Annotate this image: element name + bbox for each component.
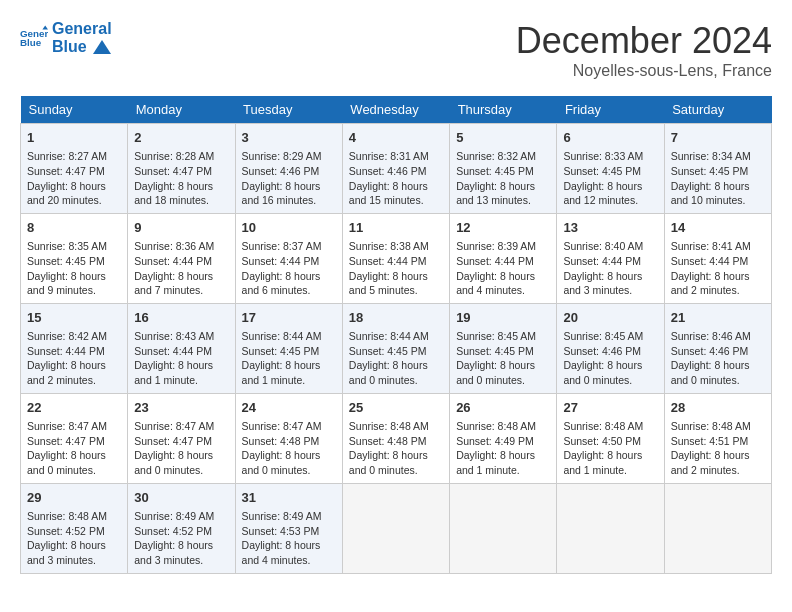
day-cell: 23 Sunrise: 8:47 AM Sunset: 4:47 PM Dayl… [128,393,235,483]
day-number: 16 [134,309,228,327]
day-cell: 28 Sunrise: 8:48 AM Sunset: 4:51 PM Dayl… [664,393,771,483]
day-info: Sunrise: 8:45 AM Sunset: 4:45 PM Dayligh… [456,329,550,388]
day-number: 30 [134,489,228,507]
day-number: 4 [349,129,443,147]
day-number: 1 [27,129,121,147]
day-info: Sunrise: 8:48 AM Sunset: 4:52 PM Dayligh… [27,509,121,568]
day-cell [342,483,449,573]
day-cell: 11 Sunrise: 8:38 AM Sunset: 4:44 PM Dayl… [342,213,449,303]
day-cell: 15 Sunrise: 8:42 AM Sunset: 4:44 PM Dayl… [21,303,128,393]
day-info: Sunrise: 8:40 AM Sunset: 4:44 PM Dayligh… [563,239,657,298]
col-header-friday: Friday [557,96,664,124]
day-info: Sunrise: 8:39 AM Sunset: 4:44 PM Dayligh… [456,239,550,298]
day-cell [664,483,771,573]
day-cell: 27 Sunrise: 8:48 AM Sunset: 4:50 PM Dayl… [557,393,664,483]
day-info: Sunrise: 8:31 AM Sunset: 4:46 PM Dayligh… [349,149,443,208]
day-number: 26 [456,399,550,417]
day-number: 5 [456,129,550,147]
day-cell: 29 Sunrise: 8:48 AM Sunset: 4:52 PM Dayl… [21,483,128,573]
day-cell: 24 Sunrise: 8:47 AM Sunset: 4:48 PM Dayl… [235,393,342,483]
day-info: Sunrise: 8:35 AM Sunset: 4:45 PM Dayligh… [27,239,121,298]
week-row-2: 8 Sunrise: 8:35 AM Sunset: 4:45 PM Dayli… [21,213,772,303]
col-header-saturday: Saturday [664,96,771,124]
day-cell: 9 Sunrise: 8:36 AM Sunset: 4:44 PM Dayli… [128,213,235,303]
day-info: Sunrise: 8:47 AM Sunset: 4:48 PM Dayligh… [242,419,336,478]
day-cell: 2 Sunrise: 8:28 AM Sunset: 4:47 PM Dayli… [128,124,235,214]
page-header: General Blue General Blue December 2024 … [20,20,772,80]
day-number: 2 [134,129,228,147]
location: Noyelles-sous-Lens, France [516,62,772,80]
day-number: 17 [242,309,336,327]
col-header-tuesday: Tuesday [235,96,342,124]
day-number: 22 [27,399,121,417]
day-cell: 13 Sunrise: 8:40 AM Sunset: 4:44 PM Dayl… [557,213,664,303]
day-info: Sunrise: 8:49 AM Sunset: 4:53 PM Dayligh… [242,509,336,568]
day-info: Sunrise: 8:28 AM Sunset: 4:47 PM Dayligh… [134,149,228,208]
col-header-thursday: Thursday [450,96,557,124]
day-number: 19 [456,309,550,327]
logo-blue: Blue [52,38,112,56]
day-info: Sunrise: 8:45 AM Sunset: 4:46 PM Dayligh… [563,329,657,388]
day-info: Sunrise: 8:42 AM Sunset: 4:44 PM Dayligh… [27,329,121,388]
logo-icon: General Blue [20,24,48,52]
svg-text:Blue: Blue [20,37,42,48]
day-info: Sunrise: 8:44 AM Sunset: 4:45 PM Dayligh… [349,329,443,388]
day-info: Sunrise: 8:47 AM Sunset: 4:47 PM Dayligh… [134,419,228,478]
day-info: Sunrise: 8:29 AM Sunset: 4:46 PM Dayligh… [242,149,336,208]
svg-marker-3 [93,40,111,54]
day-cell: 30 Sunrise: 8:49 AM Sunset: 4:52 PM Dayl… [128,483,235,573]
month-title: December 2024 [516,20,772,62]
day-info: Sunrise: 8:48 AM Sunset: 4:49 PM Dayligh… [456,419,550,478]
day-info: Sunrise: 8:49 AM Sunset: 4:52 PM Dayligh… [134,509,228,568]
day-number: 3 [242,129,336,147]
week-row-1: 1 Sunrise: 8:27 AM Sunset: 4:47 PM Dayli… [21,124,772,214]
day-info: Sunrise: 8:46 AM Sunset: 4:46 PM Dayligh… [671,329,765,388]
day-cell: 20 Sunrise: 8:45 AM Sunset: 4:46 PM Dayl… [557,303,664,393]
day-number: 20 [563,309,657,327]
day-number: 28 [671,399,765,417]
day-number: 25 [349,399,443,417]
day-cell: 4 Sunrise: 8:31 AM Sunset: 4:46 PM Dayli… [342,124,449,214]
header-row: SundayMondayTuesdayWednesdayThursdayFrid… [21,96,772,124]
day-cell: 1 Sunrise: 8:27 AM Sunset: 4:47 PM Dayli… [21,124,128,214]
logo-general: General [52,20,112,38]
day-number: 6 [563,129,657,147]
day-cell: 5 Sunrise: 8:32 AM Sunset: 4:45 PM Dayli… [450,124,557,214]
day-cell: 16 Sunrise: 8:43 AM Sunset: 4:44 PM Dayl… [128,303,235,393]
day-cell [450,483,557,573]
day-number: 24 [242,399,336,417]
day-cell: 22 Sunrise: 8:47 AM Sunset: 4:47 PM Dayl… [21,393,128,483]
col-header-sunday: Sunday [21,96,128,124]
week-row-3: 15 Sunrise: 8:42 AM Sunset: 4:44 PM Dayl… [21,303,772,393]
day-info: Sunrise: 8:44 AM Sunset: 4:45 PM Dayligh… [242,329,336,388]
week-row-5: 29 Sunrise: 8:48 AM Sunset: 4:52 PM Dayl… [21,483,772,573]
title-block: December 2024 Noyelles-sous-Lens, France [516,20,772,80]
day-info: Sunrise: 8:47 AM Sunset: 4:47 PM Dayligh… [27,419,121,478]
day-cell: 10 Sunrise: 8:37 AM Sunset: 4:44 PM Dayl… [235,213,342,303]
day-cell: 14 Sunrise: 8:41 AM Sunset: 4:44 PM Dayl… [664,213,771,303]
day-cell: 18 Sunrise: 8:44 AM Sunset: 4:45 PM Dayl… [342,303,449,393]
day-info: Sunrise: 8:48 AM Sunset: 4:50 PM Dayligh… [563,419,657,478]
day-info: Sunrise: 8:34 AM Sunset: 4:45 PM Dayligh… [671,149,765,208]
day-number: 8 [27,219,121,237]
day-info: Sunrise: 8:41 AM Sunset: 4:44 PM Dayligh… [671,239,765,298]
day-info: Sunrise: 8:43 AM Sunset: 4:44 PM Dayligh… [134,329,228,388]
day-number: 10 [242,219,336,237]
day-number: 15 [27,309,121,327]
col-header-monday: Monday [128,96,235,124]
day-info: Sunrise: 8:27 AM Sunset: 4:47 PM Dayligh… [27,149,121,208]
day-number: 11 [349,219,443,237]
day-cell: 3 Sunrise: 8:29 AM Sunset: 4:46 PM Dayli… [235,124,342,214]
day-cell: 25 Sunrise: 8:48 AM Sunset: 4:48 PM Dayl… [342,393,449,483]
day-number: 12 [456,219,550,237]
day-cell: 21 Sunrise: 8:46 AM Sunset: 4:46 PM Dayl… [664,303,771,393]
day-number: 14 [671,219,765,237]
day-cell: 26 Sunrise: 8:48 AM Sunset: 4:49 PM Dayl… [450,393,557,483]
day-number: 23 [134,399,228,417]
day-cell: 19 Sunrise: 8:45 AM Sunset: 4:45 PM Dayl… [450,303,557,393]
day-number: 18 [349,309,443,327]
day-number: 29 [27,489,121,507]
day-cell: 12 Sunrise: 8:39 AM Sunset: 4:44 PM Dayl… [450,213,557,303]
day-info: Sunrise: 8:32 AM Sunset: 4:45 PM Dayligh… [456,149,550,208]
day-info: Sunrise: 8:48 AM Sunset: 4:51 PM Dayligh… [671,419,765,478]
